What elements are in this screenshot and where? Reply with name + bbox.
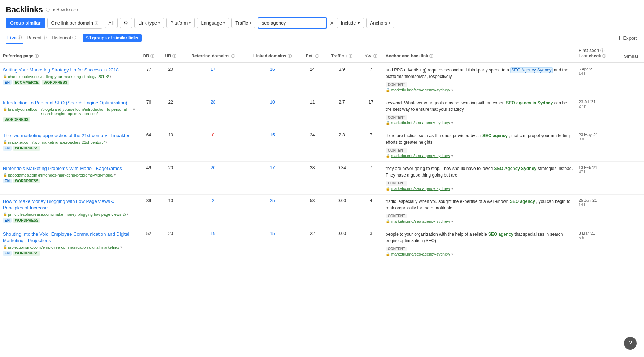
ref-page-title-link[interactable]: The two marketing approaches of the 21st… xyxy=(3,132,135,139)
backlinks-table-container: Referring page ⓘ DR ⓘ UR ⓘ Referring dom… xyxy=(0,44,644,260)
url-drop-arrow-icon[interactable]: ▾ xyxy=(110,74,111,78)
ref-page-url-link[interactable]: impakter.com xyxy=(8,140,31,144)
ref-page-path-link[interactable]: /nintendos-marketing-problems-with-mario… xyxy=(38,173,113,177)
ref-page-title-link[interactable]: Setting Your Marketing Strategy Up for S… xyxy=(3,67,135,73)
backlink-drop-arrow-icon[interactable]: ▾ xyxy=(451,121,453,125)
ref-page-path-link[interactable]: /make-money-blogging-low-page-views-2/ xyxy=(52,212,126,217)
traffic-chevron-icon: ▾ xyxy=(250,21,251,25)
link-type-dropdown[interactable]: Link type ▾ xyxy=(134,18,164,28)
ref-page-cell: How to Make Money Blogging with Low Page… xyxy=(0,195,138,227)
ur-cell: 22 xyxy=(160,96,182,129)
search-input[interactable] xyxy=(258,17,327,29)
anchors-dropdown[interactable]: Anchors ▾ xyxy=(366,18,395,28)
kw-info-icon[interactable]: ⓘ xyxy=(373,54,377,58)
traffic-cell: 0.00 xyxy=(324,227,359,260)
linked-domains-link[interactable]: 10 xyxy=(270,100,275,105)
all-button[interactable]: All xyxy=(105,18,118,28)
ref-domains-cell: 20 xyxy=(182,162,245,195)
linked-domains-link[interactable]: 17 xyxy=(270,165,275,170)
url-drop-arrow-icon[interactable]: ▾ xyxy=(127,212,128,216)
tab-live[interactable]: Live ⓘ xyxy=(6,32,23,44)
group-similar-button[interactable]: Group similar xyxy=(6,18,45,28)
ref-page-path-link[interactable]: /blog/brand-yourselfcom/introduction-to-… xyxy=(41,107,133,116)
ref-page-url-link[interactable]: bagogames.com xyxy=(8,173,37,177)
backlink-url-link[interactable]: marketix.info/seo-agency-sydney/ xyxy=(391,121,450,125)
col-kw: Kw. ⓘ xyxy=(359,44,383,63)
anchor-backlink-cell: and PPC advertising) requires second and… xyxy=(383,63,576,96)
ref-page-path-link[interactable]: /two-marketing-approaches-21st-century/ xyxy=(32,140,105,144)
ref-domains-link[interactable]: 2 xyxy=(212,198,214,203)
ref-page-title-link[interactable]: Introduction To Personal SEO (Search Eng… xyxy=(3,100,135,106)
language-dropdown[interactable]: Language ▾ xyxy=(197,18,229,28)
ref-page-title-link[interactable]: Shouting into the Void: Employee Communi… xyxy=(3,231,135,244)
ref-page-path-link[interactable]: /employee-communication-digital-marketin… xyxy=(41,245,119,249)
kw-cell: 3 xyxy=(359,227,383,260)
col-first-seen: First seen ⓘ Last check ⓘ xyxy=(576,44,618,63)
ref-page-path-link[interactable]: /setting-your-marketing-strategy-201 8/ xyxy=(40,74,109,79)
tab-recent[interactable]: Recent ⓘ xyxy=(25,32,48,44)
ref-page-title-link[interactable]: How to Make Money Blogging with Low Page… xyxy=(3,198,135,211)
url-drop-arrow-icon[interactable]: ▾ xyxy=(120,245,122,249)
ref-domains-cell: 0 xyxy=(182,129,245,162)
backlink-url-link[interactable]: marketix.info/seo-agency-sydney/ xyxy=(391,88,450,92)
search-clear-button[interactable]: ✕ xyxy=(329,20,335,26)
linked-domains-link[interactable]: 16 xyxy=(270,67,275,72)
traffic-dropdown[interactable]: Traffic ▾ xyxy=(231,18,255,28)
dr-cell: 49 xyxy=(138,162,160,195)
backlink-url-link[interactable]: marketix.info/seo-agency-sydney/ xyxy=(391,252,450,256)
backlink-url-link[interactable]: marketix.info/seo-agency-sydney/ xyxy=(391,153,450,158)
backlink-drop-arrow-icon[interactable]: ▾ xyxy=(451,154,453,158)
ext-cell: 28 xyxy=(300,162,324,195)
kw-cell: 7 xyxy=(359,129,383,162)
backlink-drop-arrow-icon[interactable]: ▾ xyxy=(451,88,453,92)
anchor-info-icon[interactable]: ⓘ xyxy=(429,54,433,58)
backlink-lock-icon: 🔒 xyxy=(386,88,390,92)
export-button[interactable]: ⬇ Export xyxy=(616,32,638,44)
linked-domains-link[interactable]: 15 xyxy=(270,132,275,138)
ur-info-icon[interactable]: ⓘ xyxy=(172,54,176,58)
backlinks-info-icon[interactable]: ⓘ xyxy=(46,7,50,13)
linked-domains-info-icon[interactable]: ⓘ xyxy=(288,54,292,58)
ref-domains-link[interactable]: 19 xyxy=(211,231,215,236)
url-drop-arrow-icon[interactable]: ▾ xyxy=(133,107,135,111)
backlink-url-link[interactable]: marketix.info/seo-agency-sydney/ xyxy=(391,219,450,223)
first-seen-info-icon[interactable]: ⓘ xyxy=(600,48,604,53)
col-traffic[interactable]: Traffic ↓ ⓘ xyxy=(324,44,359,63)
ref-domains-link[interactable]: 17 xyxy=(211,67,215,72)
how-to-use-link[interactable]: ● How to use xyxy=(53,7,78,12)
backlink-drop-arrow-icon[interactable]: ▾ xyxy=(451,187,453,191)
toolbar: Group similar One link per domain ⓘ All … xyxy=(0,17,644,32)
ref-domains-info-icon[interactable]: ⓘ xyxy=(231,54,235,58)
linked-domains-link[interactable]: 15 xyxy=(270,231,275,236)
include-dropdown[interactable]: Include ▾ xyxy=(337,18,364,28)
ref-page-title-link[interactable]: Nintendo's Marketing Problems With Mario… xyxy=(3,165,135,172)
backlink-drop-arrow-icon[interactable]: ▾ xyxy=(451,219,453,223)
ref-domains-link[interactable]: 20 xyxy=(211,165,215,170)
ref-page-url-link[interactable]: projectionsinc.com xyxy=(8,245,41,249)
url-drop-arrow-icon[interactable]: ▾ xyxy=(114,173,116,177)
url-lock-icon: 🔒 xyxy=(3,74,7,78)
linked-domains-link[interactable]: 25 xyxy=(270,198,275,203)
last-check-info-icon[interactable]: ⓘ xyxy=(602,54,606,58)
ref-page-cell: The two marketing approaches of the 21st… xyxy=(0,129,138,162)
ref-page-info-icon[interactable]: ⓘ xyxy=(35,54,39,58)
traffic-info-icon[interactable]: ⓘ xyxy=(349,54,352,58)
ref-page-url-link[interactable]: chiefexecutive.net xyxy=(8,74,40,79)
language-chevron-icon: ▾ xyxy=(223,21,225,25)
backlink-lock-icon: 🔒 xyxy=(386,252,390,256)
similar-cell xyxy=(618,162,644,195)
dr-info-icon[interactable]: ⓘ xyxy=(150,54,154,58)
backlink-url-link[interactable]: marketix.info/seo-agency-sydney/ xyxy=(391,186,450,191)
ref-page-url-link[interactable]: principlesofincrease.com xyxy=(8,212,52,217)
backlink-drop-arrow-icon[interactable]: ▾ xyxy=(451,252,453,256)
one-link-info-icon: ⓘ xyxy=(95,21,98,25)
platform-dropdown[interactable]: Platform ▾ xyxy=(166,18,195,28)
url-drop-arrow-icon[interactable]: ▾ xyxy=(105,140,107,144)
tab-historical[interactable]: Historical ⓘ xyxy=(50,32,77,44)
ref-domains-link[interactable]: 0 xyxy=(212,132,214,138)
ref-domains-link[interactable]: 28 xyxy=(211,100,215,105)
one-link-per-domain-button[interactable]: One link per domain ⓘ xyxy=(47,18,102,29)
ext-info-icon[interactable]: ⓘ xyxy=(315,54,319,58)
ref-page-url-link[interactable]: brandyourself.com xyxy=(8,107,41,112)
settings-button[interactable]: ⚙ xyxy=(120,18,132,28)
